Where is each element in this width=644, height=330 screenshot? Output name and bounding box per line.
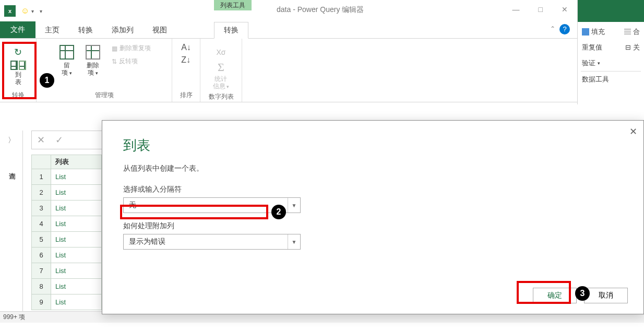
window-controls: — □ ✕ xyxy=(509,3,571,16)
smiley-icon[interactable]: ☺ xyxy=(21,6,29,16)
dialog-title: 到表 xyxy=(123,136,623,155)
to-table-button[interactable]: ↻ 到表 xyxy=(7,43,30,87)
cell-value[interactable]: List xyxy=(51,294,102,310)
keep-dropdown-icon: ▾ xyxy=(68,70,72,76)
table-row[interactable]: 2List xyxy=(31,185,102,201)
group-numeric: Xσ Σ 统计信息 ▾ 数字列表 xyxy=(200,39,242,102)
tab-transform[interactable]: 转换 xyxy=(69,22,102,38)
formula-cancel-icon[interactable]: ✕ xyxy=(32,134,50,146)
ribbon: ↻ 到表 转换 留项 ▾ 删除项 ▾ ▦删除重复项 ⇅反转项 管理项 xyxy=(0,39,644,102)
tab-home[interactable]: 主页 xyxy=(35,22,69,38)
sigma-icon: Σ xyxy=(218,61,224,74)
statistics-button[interactable]: Xσ Σ 统计信息 ▾ xyxy=(210,43,233,91)
cancel-button[interactable]: 取消 xyxy=(584,288,628,303)
group-sort-label: 排序 xyxy=(180,90,193,101)
table-row[interactable]: 5List xyxy=(31,232,102,248)
excel-peek-ribbon xyxy=(578,0,644,22)
ok-button[interactable]: 确定 xyxy=(533,288,577,303)
column-header[interactable]: 列表 xyxy=(51,155,102,169)
table-row[interactable]: 9List xyxy=(31,294,102,310)
excel-background-peek: 填充▤ 合 重复值⊟ 关 验证 ▾ 数据工具 xyxy=(577,0,644,104)
tab-view[interactable]: 视图 xyxy=(143,22,176,38)
queries-pane-collapsed[interactable]: 〉 查询 xyxy=(0,131,23,319)
cell-value[interactable]: List xyxy=(51,232,102,248)
peek-dup: 重复值⊟ 关 xyxy=(581,40,641,55)
group-sort: A↓ Z↓ 排序 xyxy=(172,39,200,102)
maximize-button[interactable]: □ xyxy=(535,3,546,16)
tab-list-transform[interactable]: 转换 xyxy=(214,22,248,39)
stats-label-1: 统计 xyxy=(214,75,227,82)
remove-items-button[interactable]: 删除项 ▾ xyxy=(81,43,104,78)
fill-icon xyxy=(582,28,589,36)
table-row[interactable]: 4List xyxy=(31,216,102,232)
to-table-label-2: 表 xyxy=(15,78,21,86)
cell-value[interactable]: List xyxy=(51,248,102,263)
row-number[interactable]: 6 xyxy=(31,248,51,263)
annotation-badge-2: 2 xyxy=(271,205,286,219)
cell-value[interactable]: List xyxy=(51,201,102,216)
qat-dropdown-icon[interactable]: ▾ xyxy=(31,8,34,14)
formula-bar: ✕ ✓ xyxy=(31,131,104,149)
row-number[interactable]: 1 xyxy=(31,169,51,185)
delimiter-dropdown-icon[interactable]: ▼ xyxy=(288,198,300,213)
table-row[interactable]: 6List xyxy=(31,248,102,263)
collapse-ribbon-icon[interactable]: ⌃ xyxy=(550,25,555,32)
stats-label-2: 信息 xyxy=(213,82,225,90)
table-row[interactable]: 7List xyxy=(31,263,102,279)
reverse-button[interactable]: ⇅反转项 xyxy=(110,56,153,67)
row-number[interactable]: 3 xyxy=(31,201,51,216)
extra-cols-label: 如何处理附加列 xyxy=(123,221,623,231)
row-number[interactable]: 8 xyxy=(31,279,51,294)
peek-validate: 验证 ▾ xyxy=(581,55,641,71)
peek-tools: 数据工具 xyxy=(581,71,641,87)
keep-label-1: 留 xyxy=(64,62,70,69)
extra-cols-dropdown-icon[interactable]: ▼ xyxy=(288,234,300,249)
table-row[interactable]: 3List xyxy=(31,201,102,216)
remove-label-2: 项 xyxy=(88,69,94,76)
minimize-button[interactable]: — xyxy=(509,3,523,16)
tab-file[interactable]: 文件 xyxy=(0,21,35,38)
formula-confirm-icon[interactable]: ✓ xyxy=(50,134,68,146)
extra-cols-combo[interactable]: 显示为错误 ▼ xyxy=(123,234,301,250)
stats-dropdown-icon: ▾ xyxy=(225,84,230,89)
remove-dropdown-icon: ▾ xyxy=(94,70,98,76)
app-icon: x xyxy=(4,5,16,17)
row-number[interactable]: 7 xyxy=(31,263,51,279)
contextual-tab-label: 列表工具 xyxy=(214,0,252,10)
cell-value[interactable]: List xyxy=(51,216,102,232)
cell-value[interactable]: List xyxy=(51,185,102,201)
delimiter-label: 选择或输入分隔符 xyxy=(123,185,623,194)
keep-label-2: 项 xyxy=(62,69,68,76)
close-window-button[interactable]: ✕ xyxy=(558,3,571,16)
qat-separator: ⠀▾ xyxy=(36,8,42,14)
remove-dup-label: 删除重复项 xyxy=(120,44,151,53)
cell-value[interactable]: List xyxy=(51,263,102,279)
keep-table-icon xyxy=(59,45,74,60)
row-number[interactable]: 4 xyxy=(31,216,51,232)
annotation-badge-3: 3 xyxy=(575,286,590,301)
annotation-badge-1: 1 xyxy=(40,73,54,88)
row-number[interactable]: 2 xyxy=(31,185,51,201)
expand-queries-icon[interactable]: 〉 xyxy=(8,136,15,145)
cell-value[interactable]: List xyxy=(51,169,102,185)
help-icon[interactable]: ? xyxy=(559,24,570,34)
tab-add-column[interactable]: 添加列 xyxy=(102,22,143,38)
sort-asc-icon[interactable]: A↓ xyxy=(181,43,191,52)
row-number[interactable]: 5 xyxy=(31,232,51,248)
cell-value[interactable]: List xyxy=(51,279,102,294)
sort-desc-icon[interactable]: Z↓ xyxy=(181,55,190,65)
remove-duplicates-button[interactable]: ▦删除重复项 xyxy=(110,43,153,54)
ribbon-tabs: 文件 主页 转换 添加列 视图 转换 ⌃ ? xyxy=(0,22,644,39)
grid-corner[interactable] xyxy=(31,155,51,169)
dialog-close-icon[interactable]: ✕ xyxy=(629,126,637,137)
keep-items-button[interactable]: 留项 ▾ xyxy=(55,43,78,78)
to-table-label-1: 到 xyxy=(15,71,21,78)
row-number[interactable]: 9 xyxy=(31,294,51,310)
dialog-description: 从值列表中创建一个表。 xyxy=(123,164,623,173)
table-icon xyxy=(10,61,18,70)
table-row[interactable]: 8List xyxy=(31,279,102,294)
table-icon-2 xyxy=(19,61,26,70)
group-numeric-label: 数字列表 xyxy=(209,91,234,102)
table-row[interactable]: 1List xyxy=(31,169,102,185)
peek-fill: 填充▤ 合 xyxy=(581,24,641,40)
